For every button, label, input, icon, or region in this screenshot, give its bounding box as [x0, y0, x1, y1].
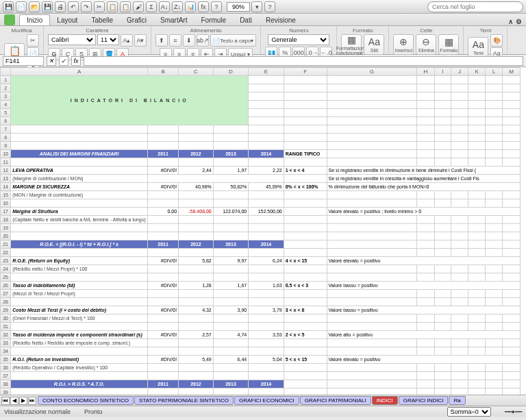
tab-formule[interactable]: Formule [194, 15, 233, 25]
worksheet[interactable]: ABCDEFGHIJKLM1INDICATORI DI BILANCIO2345… [0, 67, 526, 395]
cell-value[interactable]: 3,90 [213, 306, 248, 314]
row-header[interactable]: 23 [1, 257, 11, 265]
sheet-tab[interactable]: STATO PATRIMONIALE SINTETICO [134, 396, 234, 405]
undo-icon[interactable]: ↶ [68, 1, 79, 12]
print-icon[interactable]: 🖨 [55, 1, 66, 12]
row-header[interactable]: 31 [1, 323, 11, 331]
sheet-tab[interactable]: GRAFICI PATRIMONIALI [300, 396, 371, 405]
row-header[interactable]: 26 [1, 282, 11, 290]
tab-inizio[interactable]: Inizio [19, 14, 50, 25]
col-header[interactable]: E [249, 68, 284, 76]
row-header[interactable]: 7 [1, 125, 11, 134]
cell-value[interactable]: 1,28 [179, 282, 214, 290]
row-header[interactable]: 25 [1, 273, 11, 282]
cell-value[interactable]: 1,97 [213, 166, 248, 175]
col-header[interactable] [1, 68, 11, 76]
fx-icon[interactable]: fx [198, 1, 209, 12]
row-header[interactable]: 11 [1, 158, 11, 166]
sheet-tab[interactable]: CONTO ECONOMICO SINTETICO [38, 396, 134, 405]
tab-dati[interactable]: Dati [233, 15, 259, 25]
wrap-btn[interactable]: 📄 Testo a capo ▾ [210, 34, 256, 47]
theme-colors[interactable]: 🎨 [490, 34, 503, 47]
copy-icon[interactable]: 📋 [107, 1, 118, 12]
ribbon-settings-icon[interactable]: ⚙ [516, 18, 522, 25]
sheet-tab[interactable]: GRAFICI ECONOMICI [234, 396, 299, 405]
insert-btn[interactable]: ⊕Inserisci [393, 34, 414, 55]
cell-value[interactable]: 6,44 [213, 356, 248, 364]
enter-icon[interactable]: ✓ [59, 56, 68, 66]
format-btn[interactable]: ▦Formato [438, 34, 459, 55]
grow-font-icon[interactable]: A▴ [121, 34, 133, 47]
sort-desc-icon[interactable]: Z↓ [172, 1, 183, 12]
cell-value[interactable]: 5,49 [179, 356, 214, 364]
row-header[interactable]: 29 [1, 306, 11, 314]
row-header[interactable]: 13 [1, 175, 11, 183]
cell-value[interactable]: #DIV/0! [148, 282, 179, 290]
cell-value[interactable]: 45,09% [249, 183, 284, 191]
cell-value[interactable]: 2,44 [179, 166, 214, 175]
fx-btn[interactable]: fx [71, 56, 81, 66]
delete-btn[interactable]: ⊖Elimina [416, 34, 436, 55]
cell-value[interactable]: 5,04 [249, 356, 284, 364]
shrink-font-icon[interactable]: A▾ [134, 34, 147, 47]
cut-icon[interactable]: ✂ [94, 1, 105, 12]
redo-icon[interactable]: ↷ [81, 1, 92, 12]
col-header[interactable]: H [417, 68, 434, 76]
cell-value[interactable]: 9,97 [213, 257, 248, 265]
row-header[interactable]: 27 [1, 290, 11, 298]
tab-nav-prev-icon[interactable]: ◀ [10, 397, 18, 405]
cut-btn[interactable]: ✂ [27, 34, 39, 47]
cell-value[interactable]: 4,32 [179, 306, 214, 314]
row-header[interactable]: 14 [1, 183, 11, 191]
col-header[interactable]: B [148, 68, 179, 76]
save2-icon[interactable]: 💾 [42, 1, 53, 12]
cell-value[interactable]: 1,63 [249, 282, 284, 290]
cell-value[interactable]: 3,79 [249, 306, 284, 314]
tab-revisione[interactable]: Revisione [259, 15, 303, 25]
row-header[interactable]: 28 [1, 298, 11, 306]
row-header[interactable]: 8 [1, 134, 11, 142]
cell-value[interactable]: 6,24 [249, 257, 284, 265]
row-header[interactable]: 30 [1, 314, 11, 323]
row-header[interactable]: 36 [1, 364, 11, 372]
chart-icon[interactable]: 📊 [185, 1, 196, 12]
cancel-icon[interactable]: ✕ [47, 56, 56, 66]
row-header[interactable]: 6 [1, 117, 11, 125]
cell-value[interactable]: #DIV/0! [148, 257, 179, 265]
cell-value[interactable]: -58.408,00 [179, 208, 214, 216]
row-header[interactable]: 16 [1, 199, 11, 208]
row-header[interactable]: 3 [1, 92, 11, 101]
name-box[interactable]: F141 [3, 56, 44, 66]
row-header[interactable]: 19 [1, 224, 11, 232]
cell-value[interactable]: 3,53 [249, 331, 284, 339]
col-header[interactable]: G [327, 68, 417, 76]
row-header[interactable]: 38 [1, 380, 11, 388]
zoom-slider[interactable]: ━━●━━ [505, 408, 522, 415]
cell-value[interactable]: #DIV/0! [148, 331, 179, 339]
sheet-tab[interactable]: INDICI [372, 396, 398, 405]
col-header[interactable]: L [486, 68, 503, 76]
row-header[interactable]: 17 [1, 208, 11, 216]
sheet-tab[interactable]: Ra [449, 396, 465, 405]
cell-value[interactable]: 1,67 [213, 282, 248, 290]
row-header[interactable]: 1 [1, 76, 11, 84]
align-mid[interactable]: ≡ [169, 34, 181, 47]
col-header[interactable]: M [503, 68, 521, 76]
row-header[interactable]: 5 [1, 109, 11, 117]
cell-value[interactable]: 4,74 [213, 331, 248, 339]
row-header[interactable]: 10 [1, 150, 11, 158]
cell-value[interactable]: #DIV/0! [148, 183, 179, 191]
row-header[interactable]: 24 [1, 265, 11, 273]
cell-value[interactable]: 40,98% [179, 183, 214, 191]
help2-icon[interactable]: ? [264, 1, 275, 12]
col-header[interactable]: A [11, 68, 148, 76]
tab-layout[interactable]: Layout [50, 15, 84, 25]
row-header[interactable]: 20 [1, 232, 11, 240]
collapse-ribbon-icon[interactable]: ∧ [508, 18, 513, 25]
search-input[interactable] [427, 1, 523, 12]
row-header[interactable]: 35 [1, 356, 11, 364]
row-header[interactable]: 39 [1, 388, 11, 395]
col-header[interactable]: C [179, 68, 214, 76]
cell-value[interactable]: 50,82% [213, 183, 248, 191]
row-header[interactable]: 34 [1, 347, 11, 356]
